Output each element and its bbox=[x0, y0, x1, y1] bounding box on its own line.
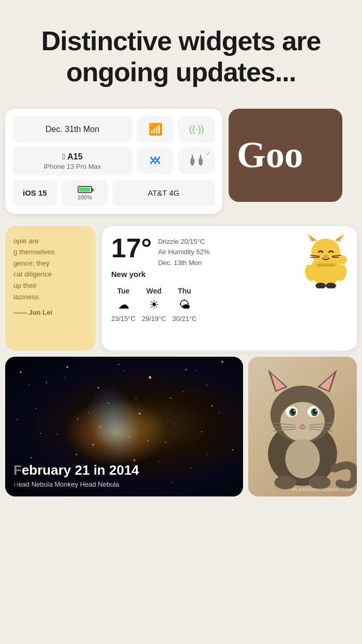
battery-fill bbox=[79, 187, 90, 192]
svg-point-25 bbox=[118, 364, 119, 365]
quote-text: ople areg themselvesgence; theycal dilig… bbox=[13, 236, 87, 303]
svg-point-40 bbox=[165, 441, 167, 443]
forecast-thu: Thu 🌤 30/21°C bbox=[172, 287, 197, 323]
bluetooth-box: ⯵ bbox=[137, 147, 174, 174]
svg-point-30 bbox=[221, 361, 223, 363]
forecast-tue: Tue ☁ 23/15°C bbox=[111, 287, 135, 323]
airpods-icon bbox=[187, 151, 206, 170]
svg-point-1 bbox=[199, 157, 203, 166]
apple-logo:  bbox=[62, 152, 65, 162]
forecast-wed: Wed ☀ 29/19°C bbox=[142, 287, 166, 323]
airpods-box: ✓ bbox=[178, 147, 215, 174]
svg-point-61 bbox=[315, 410, 316, 412]
svg-point-44 bbox=[133, 459, 135, 461]
svg-point-37 bbox=[56, 434, 57, 435]
svg-point-22 bbox=[46, 382, 47, 383]
space-date: February 21 in 2014 bbox=[13, 462, 139, 478]
widget-row-3: February 21 in 2014 Head Nebula Monkey H… bbox=[0, 357, 362, 496]
svg-point-35 bbox=[175, 423, 176, 425]
svg-point-58 bbox=[291, 409, 295, 414]
svg-point-36 bbox=[212, 405, 213, 406]
svg-point-26 bbox=[149, 376, 152, 378]
google-text: Goo bbox=[237, 134, 303, 177]
watermark: PLAYANDROIDMOD.COM bbox=[292, 487, 353, 492]
weather-temperature: 17° bbox=[111, 235, 152, 261]
widget-row-2: ople areg themselvesgence; theycal dilig… bbox=[0, 220, 362, 357]
svg-point-5 bbox=[311, 239, 340, 266]
bluetooth-icon: ⯵ bbox=[149, 154, 161, 167]
svg-point-27 bbox=[170, 398, 171, 399]
svg-point-60 bbox=[293, 410, 295, 412]
svg-point-71 bbox=[285, 438, 320, 478]
svg-point-49 bbox=[280, 402, 325, 441]
signal-box: ((·)) bbox=[178, 116, 215, 143]
cat-illustration bbox=[248, 357, 357, 496]
svg-point-10 bbox=[324, 255, 328, 258]
weather-forecast: Tue ☁ 23/15°C Wed ☀ 29/19°C Thu 🌤 30/21°… bbox=[111, 287, 348, 323]
system-widget: Dec. 31th Mon 📶 ((·))  A15 iPhone 13 Pr… bbox=[5, 109, 222, 214]
svg-point-42 bbox=[31, 457, 32, 458]
page-title: Distinctive widgets are ongoing updates.… bbox=[21, 26, 341, 88]
svg-point-20 bbox=[338, 255, 347, 265]
wifi-box: 📶 bbox=[137, 116, 174, 143]
battery-box: 100% bbox=[62, 180, 108, 207]
ios-box: iOS 15 bbox=[12, 180, 57, 207]
svg-point-32 bbox=[77, 418, 79, 419]
svg-point-0 bbox=[190, 157, 194, 166]
svg-point-33 bbox=[108, 403, 109, 404]
space-text: February 21 in 2014 Head Nebula Monkey H… bbox=[13, 462, 139, 488]
date-box: Dec. 31th Mon bbox=[12, 116, 132, 143]
svg-point-39 bbox=[129, 436, 130, 437]
svg-point-31 bbox=[36, 408, 37, 409]
svg-point-38 bbox=[92, 444, 94, 446]
svg-point-45 bbox=[191, 467, 192, 469]
header-section: Distinctive widgets are ongoing updates.… bbox=[0, 0, 362, 109]
space-widget: February 21 in 2014 Head Nebula Monkey H… bbox=[5, 357, 243, 496]
svg-point-24 bbox=[98, 387, 99, 388]
battery-bar bbox=[78, 186, 92, 193]
cat-svg-container bbox=[248, 357, 357, 496]
svg-point-23 bbox=[66, 366, 68, 368]
mascot-svg bbox=[300, 231, 352, 288]
svg-rect-15 bbox=[316, 264, 335, 267]
svg-point-28 bbox=[186, 369, 187, 370]
check-icon: ✓ bbox=[206, 150, 211, 157]
svg-point-59 bbox=[313, 409, 317, 414]
wifi-icon: 📶 bbox=[148, 123, 162, 136]
svg-point-21 bbox=[20, 371, 22, 373]
svg-point-41 bbox=[201, 431, 202, 432]
google-widget: Goo bbox=[229, 109, 342, 202]
space-subtitle: Head Nebula Monkey Head Nebula bbox=[13, 480, 139, 488]
weather-widget: 17° Drizzle 20/15°C Air Humidity 52% Dec… bbox=[102, 226, 357, 350]
quote-author: —— Jun Lei bbox=[13, 309, 87, 316]
svg-point-29 bbox=[206, 385, 207, 386]
signal-icon: ((·)) bbox=[189, 124, 204, 135]
carrier-box: AT&T 4G bbox=[112, 180, 215, 207]
cat-widget: PLAYANDROIDMOD.COM bbox=[248, 357, 357, 496]
weather-mascot bbox=[300, 231, 352, 288]
svg-point-46 bbox=[232, 449, 234, 450]
widget-row-1: Dec. 31th Mon 📶 ((·))  A15 iPhone 13 Pr… bbox=[0, 109, 362, 214]
quote-widget: ople areg themselvesgence; theycal dilig… bbox=[5, 226, 96, 350]
svg-point-34 bbox=[139, 413, 141, 415]
device-box:  A15 iPhone 13 Pro Max bbox=[12, 147, 132, 175]
weather-details: Drizzle 20/15°C Air Humidity 52% Dec. 13… bbox=[158, 235, 210, 269]
